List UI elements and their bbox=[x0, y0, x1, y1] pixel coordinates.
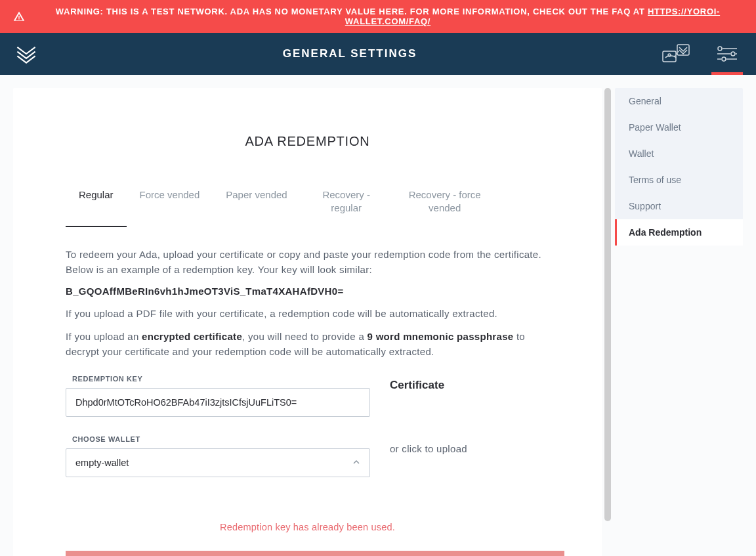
scrollbar-thumb[interactable] bbox=[604, 88, 611, 521]
p3-b: encrypted certificate bbox=[142, 331, 242, 342]
tab-paper-vended[interactable]: Paper vended bbox=[213, 182, 300, 227]
instruction-p2: If you upload a PDF file with your certi… bbox=[66, 306, 549, 321]
sidebar-item-wallet[interactable]: Wallet bbox=[615, 140, 743, 167]
instruction-p3: If you upload an encrypted certificate, … bbox=[66, 329, 549, 360]
sidebar-item-ada-redemption[interactable]: Ada Redemption bbox=[615, 219, 743, 246]
example-key: B_GQOAffMBeRIn6vh1hJmeOT3ViS_TmaT4XAHAfD… bbox=[66, 286, 549, 297]
header-actions bbox=[660, 38, 743, 70]
sidebar-item-terms[interactable]: Terms of use bbox=[615, 167, 743, 193]
content-column: ADA REDEMPTION Regular Force vended Pape… bbox=[0, 75, 615, 556]
instruction-p1: To redeem your Ada, upload your certific… bbox=[66, 247, 549, 278]
tab-recovery-regular[interactable]: Recovery - regular bbox=[301, 182, 392, 227]
app-header: GENERAL SETTINGS bbox=[0, 33, 756, 75]
tab-regular[interactable]: Regular bbox=[66, 182, 127, 227]
wallets-icon[interactable] bbox=[660, 38, 692, 70]
redeem-button[interactable] bbox=[66, 551, 564, 556]
svg-point-1 bbox=[668, 54, 671, 56]
settings-card: ADA REDEMPTION Regular Force vended Pape… bbox=[13, 88, 602, 556]
settings-icon[interactable] bbox=[711, 38, 743, 70]
banner-text: WARNING: THIS IS A TEST NETWORK. ADA HAS… bbox=[33, 7, 743, 26]
choose-wallet-value: empty-wallet bbox=[75, 458, 129, 468]
certificate-title: Certificate bbox=[390, 379, 549, 392]
error-message: Redemption key has already been used. bbox=[66, 522, 549, 532]
svg-point-3 bbox=[718, 47, 722, 51]
banner-prefix: WARNING: THIS IS A TEST NETWORK. ADA HAS… bbox=[56, 7, 648, 16]
sidebar-item-support[interactable]: Support bbox=[615, 193, 743, 219]
tab-force-vended[interactable]: Force vended bbox=[127, 182, 213, 227]
settings-sidebar: General Paper Wallet Wallet Terms of use… bbox=[615, 75, 756, 556]
redemption-key-input[interactable] bbox=[66, 388, 370, 417]
tab-recovery-force-vended[interactable]: Recovery - force vended bbox=[392, 182, 497, 227]
form-row: REDEMPTION KEY CHOOSE WALLET empty-walle… bbox=[66, 375, 549, 496]
sidebar-list: General Paper Wallet Wallet Terms of use… bbox=[615, 88, 743, 246]
sidebar-item-paper-wallet[interactable]: Paper Wallet bbox=[615, 114, 743, 140]
form-left: REDEMPTION KEY CHOOSE WALLET empty-walle… bbox=[66, 375, 370, 496]
card-title: ADA REDEMPTION bbox=[66, 134, 549, 149]
body: ADA REDEMPTION Regular Force vended Pape… bbox=[0, 75, 756, 556]
p3-c: , you will need to provide a bbox=[242, 331, 367, 342]
p3-a: If you upload an bbox=[66, 331, 142, 342]
warning-banner: WARNING: THIS IS A TEST NETWORK. ADA HAS… bbox=[0, 0, 756, 33]
warning-icon bbox=[13, 11, 25, 22]
redemption-key-label: REDEMPTION KEY bbox=[72, 375, 370, 383]
sidebar-item-general[interactable]: General bbox=[615, 88, 743, 114]
yoroi-logo-icon[interactable] bbox=[13, 41, 39, 67]
choose-wallet-select[interactable]: empty-wallet bbox=[66, 448, 370, 477]
redemption-tabs: Regular Force vended Paper vended Recove… bbox=[66, 182, 549, 227]
choose-wallet-label: CHOOSE WALLET bbox=[72, 435, 370, 443]
certificate-hint: or click to upload bbox=[390, 443, 549, 454]
certificate-upload-zone[interactable]: Certificate or click to upload bbox=[390, 375, 549, 496]
svg-point-8 bbox=[722, 57, 726, 61]
choose-wallet-block: CHOOSE WALLET empty-wallet bbox=[66, 435, 370, 477]
chevron-up-icon bbox=[352, 458, 360, 468]
redemption-key-block: REDEMPTION KEY bbox=[66, 375, 370, 417]
p3-d: 9 word mnemonic passphrase bbox=[368, 331, 514, 342]
page-title: GENERAL SETTINGS bbox=[283, 47, 417, 60]
svg-point-5 bbox=[731, 52, 735, 56]
